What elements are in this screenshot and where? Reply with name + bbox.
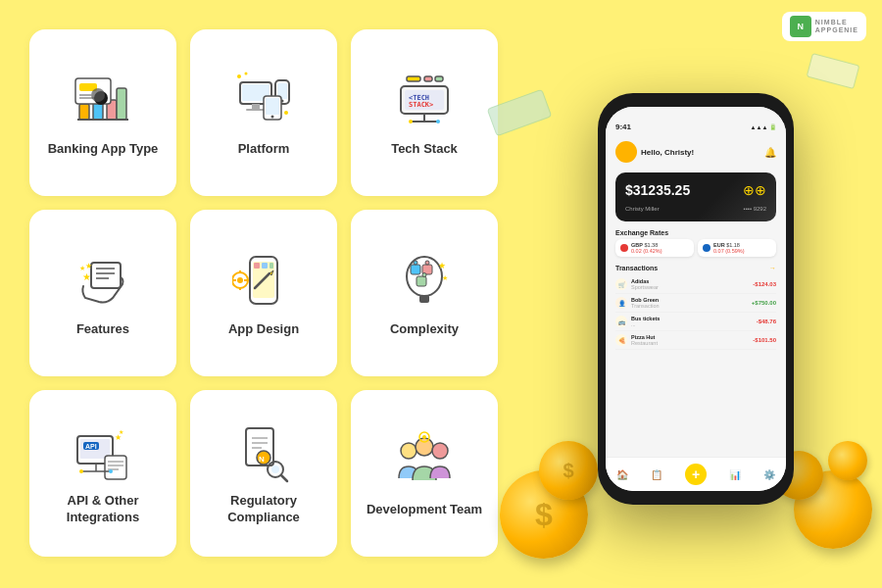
exchange-section: Exchange Rates GBP $1.38 0.02 (0.42%) — [606, 225, 786, 261]
trans-info-adidas: Adidas Sportswear — [631, 278, 659, 290]
trans-bob: 👤 Bob Green Transaction +$750.00 — [615, 294, 776, 313]
svg-text:N: N — [259, 455, 265, 464]
features-icon: ★ ★ ★ — [72, 249, 134, 312]
svg-point-10 — [91, 88, 105, 102]
svg-rect-46 — [270, 263, 273, 269]
devteam-icon — [393, 429, 456, 492]
trans-amount-bus: -$48.76 — [757, 318, 776, 324]
card-label-features: Features — [76, 321, 129, 338]
card-balance: $31235.25 — [625, 182, 690, 198]
trans-icon-bob: 👤 — [615, 297, 627, 309]
card-tech-stack[interactable]: <TECH STACK> Tech Stack — [351, 29, 498, 196]
card-label-api: API & Other Integrations — [39, 493, 167, 526]
nav-settings[interactable]: ⚙️ — [763, 469, 775, 480]
exchange-item-gbp: GBP $1.38 0.02 (0.42%) — [615, 239, 694, 257]
exchange-item-eur: EUR $1.18 0.07 (0.59%) — [698, 239, 776, 257]
svg-rect-14 — [246, 109, 266, 111]
card-label-banking: Banking App Type — [48, 141, 159, 158]
status-bar: 9:41 ▲▲▲ 🔋 — [606, 107, 786, 137]
svg-text:★: ★ — [79, 265, 85, 271]
svg-rect-29 — [424, 76, 432, 81]
card-banking-app-type[interactable]: Banking App Type — [29, 29, 176, 196]
svg-text:★: ★ — [85, 262, 92, 270]
phone-notch — [666, 93, 725, 107]
bank-icon — [72, 69, 134, 131]
trans-left-bus: 🚌 Bus tickets ... — [615, 316, 660, 327]
phone-mockup: 9:41 ▲▲▲ 🔋 Hello, Christy! 🔔 $31235.25 ⊕ — [598, 93, 794, 505]
svg-rect-0 — [79, 104, 89, 120]
card-features[interactable]: ★ ★ ★ Features — [29, 210, 176, 376]
card-holder: Christy Miller — [625, 206, 660, 212]
svg-point-21 — [237, 74, 241, 78]
trans-adidas: 🛒 Adidas Sportswear -$124.03 — [615, 275, 776, 294]
techstack-icon: <TECH STACK> — [393, 69, 456, 131]
card-regulatory[interactable]: N Regulatory Compliance — [190, 390, 337, 557]
svg-rect-30 — [435, 76, 443, 81]
card-api-integrations[interactable]: API ★ ★ API & Other Integrations — [29, 390, 176, 557]
api-icon: API ★ ★ — [72, 420, 134, 483]
trans-icon-pizza: 🍕 — [615, 334, 627, 346]
gbp-flag — [620, 244, 628, 252]
logo-name: NIMBLE — [815, 19, 858, 26]
svg-point-22 — [245, 72, 248, 74]
nav-home[interactable]: 🏠 — [616, 469, 628, 480]
card-label-complexity: Complexity — [390, 321, 459, 338]
trans-info-pizza: Pizza Hut Restaurant — [631, 334, 658, 346]
card-label-regulatory: Regulatory Compliance — [200, 493, 327, 526]
nav-plus-button[interactable]: + — [685, 464, 707, 485]
svg-point-20 — [271, 115, 274, 118]
svg-point-90 — [432, 443, 448, 459]
svg-rect-3 — [117, 88, 126, 120]
right-panel: $ $ 9:41 ▲▲▲ 🔋 Hello, Christy! — [529, 20, 862, 578]
svg-rect-35 — [91, 263, 121, 288]
greeting-left: Hello, Christy! — [615, 141, 694, 163]
card-complexity[interactable]: ★ ★ Complexity — [351, 210, 498, 376]
svg-rect-60 — [416, 276, 426, 286]
svg-text:★: ★ — [82, 271, 91, 282]
svg-rect-56 — [411, 265, 420, 274]
cards-grid: Banking App Type — [29, 29, 519, 557]
svg-point-57 — [414, 261, 417, 265]
svg-rect-19 — [266, 98, 279, 115]
phone-time: 9:41 — [615, 122, 631, 131]
nav-stats[interactable]: 📊 — [729, 469, 741, 480]
logo-sub: APPGENIE — [815, 26, 858, 34]
card-platform[interactable]: Platform — [190, 29, 337, 196]
svg-rect-28 — [407, 76, 420, 81]
bell-icon[interactable]: 🔔 — [764, 147, 776, 158]
phone-screen: 9:41 ▲▲▲ 🔋 Hello, Christy! 🔔 $31235.25 ⊕ — [606, 107, 786, 491]
trans-amount-pizza: -$101.50 — [753, 337, 776, 343]
eur-info: EUR $1.18 0.07 (0.59%) — [713, 242, 745, 254]
card-label-devteam: Development Team — [367, 502, 482, 518]
nav-cards[interactable]: 📋 — [651, 469, 662, 480]
card-label-appdesign: App Design — [228, 321, 299, 338]
greeting-text: Hello, Christy! — [641, 148, 694, 157]
svg-rect-45 — [262, 263, 268, 269]
card-brand-icon: ⊕⊕ — [743, 182, 766, 198]
svg-point-34 — [436, 120, 440, 123]
svg-point-75 — [79, 469, 83, 473]
svg-rect-44 — [254, 263, 260, 269]
svg-rect-13 — [252, 104, 260, 109]
phone-outer: 9:41 ▲▲▲ 🔋 Hello, Christy! 🔔 $31235.25 ⊕ — [598, 93, 794, 505]
bank-card: $31235.25 ⊕⊕ Christy Miller •••• 9292 — [615, 172, 776, 221]
svg-point-87 — [271, 466, 279, 473]
logo-text: NIMBLE APPGENIE — [815, 19, 858, 33]
card-number: •••• 9292 — [744, 206, 766, 212]
trans-left: 🛒 Adidas Sportswear — [615, 278, 659, 290]
svg-point-59 — [425, 261, 429, 265]
trans-left-pizza: 🍕 Pizza Hut Restaurant — [615, 334, 658, 346]
svg-point-50 — [237, 277, 243, 283]
transactions-title: Transactions → — [615, 265, 776, 271]
trans-info-bob: Bob Green Transaction — [631, 297, 660, 309]
card-dev-team[interactable]: Development Team — [351, 390, 498, 557]
transactions-section: Transactions → 🛒 Adidas Sportswear -$124… — [606, 261, 786, 457]
card-label-techstack: Tech Stack — [391, 141, 458, 158]
svg-point-92 — [422, 435, 426, 439]
bill-deco-2 — [807, 53, 860, 89]
coin-large-2: $ — [539, 441, 598, 500]
svg-point-88 — [401, 443, 416, 459]
card-label-platform: Platform — [238, 141, 290, 158]
card-app-design[interactable]: App Design — [190, 210, 337, 376]
left-panel: Banking App Type — [29, 29, 519, 578]
